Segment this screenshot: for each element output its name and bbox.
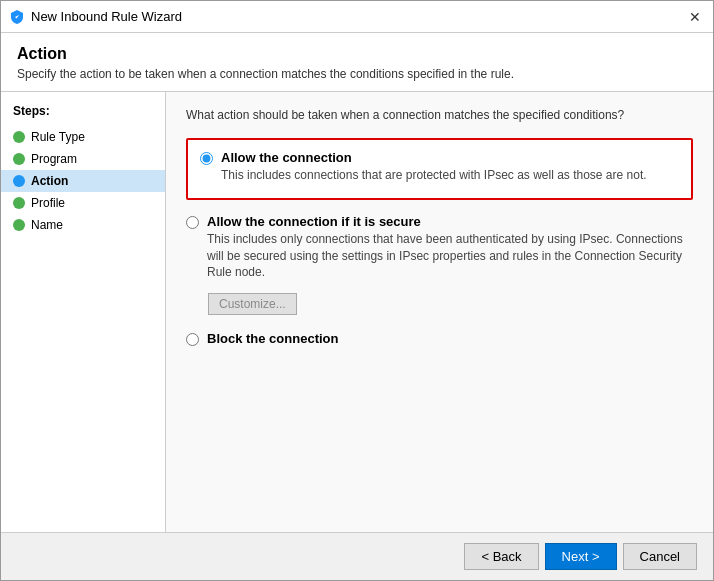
sidebar-item-rule-type[interactable]: Rule Type — [1, 126, 165, 148]
option-allow-secure-section: Allow the connection if it is secure Thi… — [186, 214, 693, 315]
close-button[interactable]: ✕ — [685, 7, 705, 27]
step-label-program: Program — [31, 152, 77, 166]
step-dot-rule-type — [13, 131, 25, 143]
step-dot-profile — [13, 197, 25, 209]
sidebar: Steps: Rule Type Program Action Profile … — [1, 92, 166, 532]
sidebar-item-name[interactable]: Name — [1, 214, 165, 236]
window-title: New Inbound Rule Wizard — [31, 9, 182, 24]
content-area: Steps: Rule Type Program Action Profile … — [1, 92, 713, 532]
option-block-label: Block the connection — [207, 331, 693, 346]
step-label-rule-type: Rule Type — [31, 130, 85, 144]
radio-block[interactable] — [186, 333, 199, 346]
option-allow-label: Allow the connection — [221, 150, 679, 165]
footer: < Back Next > Cancel — [1, 532, 713, 580]
sidebar-item-action[interactable]: Action — [1, 170, 165, 192]
step-label-name: Name — [31, 218, 63, 232]
page-description: Specify the action to be taken when a co… — [17, 67, 697, 81]
radio-allow[interactable] — [200, 152, 213, 165]
option-allow-secure-label: Allow the connection if it is secure — [207, 214, 693, 229]
wizard-window: New Inbound Rule Wizard ✕ Action Specify… — [0, 0, 714, 581]
customize-button[interactable]: Customize... — [208, 293, 297, 315]
step-dot-name — [13, 219, 25, 231]
next-button[interactable]: Next > — [545, 543, 617, 570]
step-label-profile: Profile — [31, 196, 65, 210]
sidebar-item-profile[interactable]: Profile — [1, 192, 165, 214]
option-allow-secure-desc: This includes only connections that have… — [207, 231, 693, 281]
step-label-action: Action — [31, 174, 68, 188]
option-allow-desc: This includes connections that are prote… — [221, 167, 679, 184]
cancel-button[interactable]: Cancel — [623, 543, 697, 570]
shield-icon — [9, 9, 25, 25]
title-bar: New Inbound Rule Wizard ✕ — [1, 1, 713, 33]
step-dot-program — [13, 153, 25, 165]
option-block-section: Block the connection — [186, 331, 693, 348]
page-title: Action — [17, 45, 697, 63]
option-allow-box: Allow the connection This includes conne… — [186, 138, 693, 200]
question-text: What action should be taken when a conne… — [186, 108, 693, 122]
sidebar-item-program[interactable]: Program — [1, 148, 165, 170]
main-content: What action should be taken when a conne… — [166, 92, 713, 532]
radio-allow-secure[interactable] — [186, 216, 199, 229]
back-button[interactable]: < Back — [464, 543, 538, 570]
steps-label: Steps: — [1, 104, 165, 126]
step-dot-action — [13, 175, 25, 187]
header-section: Action Specify the action to be taken wh… — [1, 33, 713, 92]
